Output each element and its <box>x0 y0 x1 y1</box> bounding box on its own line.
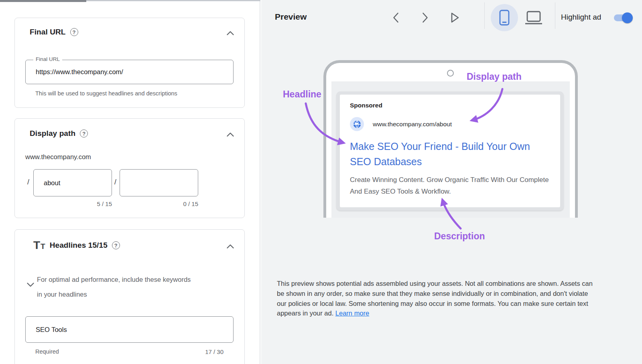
final-url-card-title: Final URL <box>30 28 66 36</box>
desktop-preview-button[interactable] <box>520 4 547 31</box>
headlines-card-header: TT Headlines 15/15 ? <box>33 240 120 251</box>
ad-description: Create Winning Content. Grow Organic Tra… <box>350 174 551 197</box>
final-url-card: Final URL ? Final URL This will be used … <box>14 18 245 108</box>
collapse-section-button[interactable] <box>225 130 236 139</box>
path1-input[interactable] <box>34 170 112 196</box>
keywords-hint-text: For optimal ad performance, include thes… <box>37 272 240 302</box>
ad-url-row: www.thecompany.com/about <box>350 117 452 131</box>
highlight-ad-label: Highlight ad <box>561 13 601 22</box>
help-icon[interactable]: ? <box>70 28 78 36</box>
path-separator: / <box>114 178 116 186</box>
ad-preview-frame: Sponsored www.thecompany.com/about Make … <box>336 91 564 210</box>
preview-panel: Preview Highlight ad <box>261 0 642 364</box>
learn-more-link[interactable]: Learn more <box>335 309 369 317</box>
final-url-field-wrap: Final URL <box>25 60 234 84</box>
required-label: Required <box>35 348 59 355</box>
display-path-base-url: www.thecompany.com <box>25 153 91 161</box>
display-path-card-title: Display path <box>30 129 75 138</box>
ad-preview-card: Sponsored www.thecompany.com/about Make … <box>340 95 560 207</box>
headline-annotation-label: Headline <box>283 89 321 100</box>
previous-ad-button[interactable] <box>388 10 403 25</box>
header-divider <box>484 2 485 29</box>
asset-editor-panel: Final URL ? Final URL This will be used … <box>0 0 260 364</box>
play-preview-button[interactable] <box>447 10 463 25</box>
help-icon[interactable]: ? <box>80 129 88 138</box>
final-url-helper-text: This will be used to suggest headlines a… <box>35 90 177 97</box>
path2-char-counter: 0 / 15 <box>120 200 198 207</box>
disclaimer-text: This preview shows potential ads assembl… <box>277 280 593 317</box>
chevron-right-icon <box>422 12 428 23</box>
chevron-up-icon <box>227 244 234 249</box>
preview-title: Preview <box>275 12 307 22</box>
keywords-hint-line2: in your headlines <box>37 287 240 302</box>
final-url-field-label: Final URL <box>33 56 62 62</box>
headline-char-counter: 17 / 30 <box>205 348 223 355</box>
final-url-card-header: Final URL ? <box>30 28 78 36</box>
path1-char-counter: 5 / 15 <box>33 200 112 207</box>
toggle-thumb <box>622 12 633 23</box>
chevron-down-icon <box>27 283 34 287</box>
display-path-card: Display path ? www.thecompany.com / / 5 … <box>14 118 245 218</box>
headline-input[interactable] <box>26 317 233 342</box>
top-scroll-indicator <box>0 0 86 2</box>
highlight-ad-toggle[interactable] <box>614 14 632 21</box>
description-annotation-label: Description <box>434 231 485 242</box>
globe-icon <box>350 117 364 131</box>
mobile-preview-button[interactable] <box>491 4 518 31</box>
laptop-icon <box>524 10 543 25</box>
chevron-up-icon <box>227 31 234 35</box>
display-path-annotation-label: Display path <box>467 71 522 82</box>
chevron-left-icon <box>393 12 399 23</box>
headlines-card-title: Headlines 15/15 <box>50 241 108 250</box>
display-path-card-header: Display path ? <box>30 129 88 138</box>
headline-field-wrap <box>25 316 234 343</box>
collapse-section-button[interactable] <box>225 242 236 251</box>
preview-disclaimer: This preview shows potential ads assembl… <box>277 279 598 318</box>
phone-camera-dot <box>447 70 454 77</box>
collapse-section-button[interactable] <box>225 28 236 37</box>
path2-input[interactable] <box>120 170 198 196</box>
help-icon[interactable]: ? <box>112 241 120 249</box>
final-url-input[interactable] <box>26 60 233 84</box>
next-ad-button[interactable] <box>417 10 433 25</box>
path1-field-wrap <box>33 169 112 196</box>
headlines-card: TT Headlines 15/15 ? For optimal ad perf… <box>14 229 245 364</box>
sponsored-label: Sponsored <box>350 102 382 109</box>
ad-display-url: www.thecompany.com/about <box>373 121 452 128</box>
ad-headline[interactable]: Make SEO Your Friend - Build Your Own SE… <box>350 139 544 169</box>
path-separator: / <box>27 178 29 186</box>
play-icon <box>451 12 459 23</box>
keywords-expander-button[interactable] <box>25 279 36 290</box>
keywords-hint-line1: For optimal ad performance, include thes… <box>37 272 240 287</box>
header-divider <box>555 2 555 29</box>
text-format-icon: TT <box>33 240 45 251</box>
chevron-up-icon <box>227 132 234 137</box>
path2-field-wrap <box>120 169 198 196</box>
mobile-phone-icon <box>499 10 510 26</box>
phone-mockup: Sponsored www.thecompany.com/about Make … <box>323 60 578 218</box>
